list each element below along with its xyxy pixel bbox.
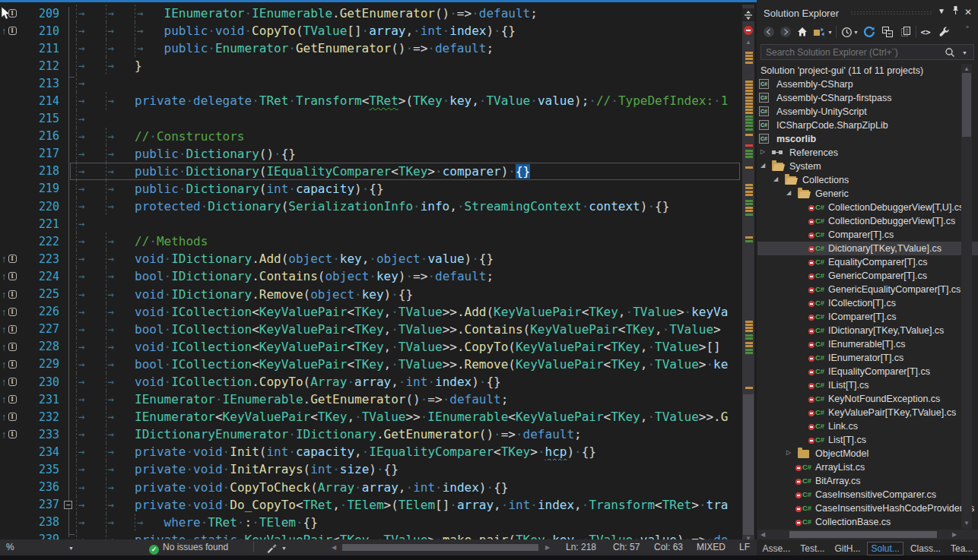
code-cleanup-icon[interactable]: [266, 543, 278, 553]
tree-item-link-cs[interactable]: C#Link.cs: [757, 419, 978, 433]
line-number[interactable]: 220: [23, 200, 59, 214]
implements-glyph[interactable]: ↑I: [0, 376, 23, 388]
code-line-220[interactable]: 220→→protected·Dictionary(SerializationI…: [0, 198, 742, 215]
tree-item-objectmodel[interactable]: ▷ObjectModel: [757, 447, 978, 460]
char-indicator[interactable]: Ch: 57: [613, 542, 640, 552]
back-icon[interactable]: [762, 25, 776, 39]
code-text[interactable]: →→protected·Dictionary(SerializationInfo…: [76, 198, 742, 215]
column-indicator[interactable]: Col: 63: [654, 542, 683, 552]
pin-icon[interactable]: [951, 5, 961, 15]
code-line-218[interactable]: 218→→public·Dictionary(IEqualityComparer…: [0, 163, 742, 180]
tree-scrollbar-thumb[interactable]: [962, 73, 971, 137]
line-number[interactable]: 236: [23, 480, 59, 494]
line-number[interactable]: 234: [23, 445, 59, 459]
code-text[interactable]: →→}: [76, 57, 742, 74]
tree-vertical-scrollbar[interactable]: ▲ ▼: [961, 64, 972, 529]
line-number[interactable]: 238: [23, 515, 59, 529]
properties-icon[interactable]: [937, 25, 951, 39]
tool-window-tab-asse[interactable]: Asse...: [760, 543, 794, 555]
implements-glyph[interactable]: ↑I: [0, 253, 23, 264]
tree-item-icollection-t-cs[interactable]: C#ICollection[T].cs: [757, 296, 978, 310]
code-text[interactable]: →→void·ICollection<KeyValuePair<TKey,·TV…: [76, 338, 742, 356]
line-number[interactable]: 227: [23, 322, 59, 336]
code-line-231[interactable]: ↑I231→→IEnumerator·IEnumerable.GetEnumer…: [0, 391, 742, 408]
pending-changes-filter-icon[interactable]: [840, 25, 853, 39]
code-line-228[interactable]: ↑I228→→void·ICollection<KeyValuePair<TKe…: [0, 338, 742, 356]
code-text[interactable]: →→→public·Enumerator·GetEnumerator()·=>·…: [76, 40, 742, 57]
code-line-225[interactable]: ↑I225→→void·IDictionary.Remove(object·ke…: [0, 286, 742, 303]
code-line-234[interactable]: 234→→private·void·Init(int·capacity,·IEq…: [0, 443, 742, 460]
tree-item-ilist-t-cs[interactable]: C#IList[T].cs: [757, 378, 978, 392]
code-text[interactable]: →→bool·ICollection<KeyValuePair<TKey,·TV…: [76, 356, 742, 373]
tree-hscrollbar-thumb[interactable]: [789, 531, 937, 538]
code-text[interactable]: →→→public·void·CopyTo(TValue[]·array,·in…: [76, 22, 742, 40]
tool-window-tab-test[interactable]: Test...: [797, 543, 827, 555]
tree-hscroll-right-icon[interactable]: ▶: [952, 531, 957, 538]
code-line-238[interactable]: 238→→→where·TRet·:·TElem·{}: [0, 514, 742, 531]
implements-glyph[interactable]: ↑I: [0, 271, 23, 282]
line-number[interactable]: 224: [23, 270, 59, 283]
code-text[interactable]: →→private·delegate·TRet·Transform<TRet>(…: [76, 92, 742, 109]
line-number[interactable]: 229: [23, 357, 59, 371]
code-line-217[interactable]: 217→→public·Dictionary()·{}: [0, 145, 742, 163]
code-text[interactable]: →→private·void·Do_CopyTo<TRet,·TElem>(TE…: [76, 496, 742, 514]
line-number[interactable]: 226: [23, 305, 59, 318]
tree-hscroll-left-icon[interactable]: ◀: [760, 531, 765, 538]
implements-glyph[interactable]: ↑I: [0, 411, 23, 422]
code-line-223[interactable]: ↑I223→→void·IDictionary.Add(object·key,·…: [0, 250, 742, 267]
tool-window-tab-tea[interactable]: Tea...: [948, 543, 976, 555]
close-icon[interactable]: ✕: [964, 7, 972, 17]
tree-item-icomparer-t-cs[interactable]: C#IComparer[T].cs: [757, 310, 978, 324]
line-number[interactable]: 214: [23, 94, 59, 108]
code-line-216[interactable]: 216→→//·Constructors: [0, 128, 742, 145]
tree-item-collectiondebuggerview-t-cs[interactable]: C#CollectionDebuggerView[T].cs: [757, 214, 978, 228]
code-text[interactable]: →→private·void·CopyToCheck(Array·array,·…: [76, 479, 742, 496]
code-line-239[interactable]: 239→→private·static·KeyValuePair<TKey,·T…: [0, 531, 742, 539]
line-number[interactable]: 239: [23, 533, 59, 539]
tree-horizontal-scrollbar[interactable]: ◀ ▶: [757, 530, 978, 539]
tool-window-tab-solut[interactable]: Solut...: [867, 542, 903, 555]
search-options-caret-icon[interactable]: ▼: [962, 50, 967, 55]
view-code-icon[interactable]: <>: [919, 25, 932, 39]
code-line-214[interactable]: 214→→private·delegate·TRet·Transform<TRe…: [0, 92, 742, 109]
code-text[interactable]: →→public·Dictionary(int·capacity)·{}: [76, 180, 742, 198]
search-box[interactable]: ▼: [760, 44, 974, 60]
line-indicator[interactable]: Ln: 218: [566, 542, 596, 552]
code-text[interactable]: →→IEnumerator·IEnumerable.GetEnumerator(…: [76, 391, 742, 408]
tree-item-caseinsensitivecomparer-cs[interactable]: C#CaseInsensitiveComparer.cs: [757, 488, 978, 501]
tree-item-arraylist-cs[interactable]: C#ArrayList.cs: [757, 460, 978, 474]
line-number[interactable]: 216: [23, 129, 59, 143]
toolbar-overflow-icon[interactable]: »: [966, 24, 969, 30]
code-text[interactable]: →→void·IDictionary.Add(object·key,·objec…: [76, 250, 742, 267]
line-number[interactable]: 235: [23, 463, 59, 476]
code-text[interactable]: →→void·ICollection<KeyValuePair<TKey,·TV…: [76, 303, 742, 321]
code-line-233[interactable]: ↑I233→→IDictionaryEnumerator·IDictionary…: [0, 426, 742, 443]
implements-glyph[interactable]: ↑I: [0, 306, 23, 318]
show-all-files-icon[interactable]: [899, 25, 913, 39]
zoom-caret-icon[interactable]: ▼: [68, 546, 74, 551]
switch-views-icon[interactable]: [812, 25, 826, 39]
line-number[interactable]: 221: [23, 217, 59, 231]
tool-window-tab-gith[interactable]: GitH...: [831, 543, 863, 555]
tree-item-comparer-t-cs[interactable]: C#Comparer[T].cs: [757, 228, 978, 242]
code-line-235[interactable]: 235→→private·void·InitArrays(int·size)·{…: [0, 460, 742, 478]
line-number[interactable]: 210: [23, 24, 59, 38]
tool-window-tab-class[interactable]: Class...: [907, 543, 944, 555]
tree-item-assembly-csharp-firstpass[interactable]: C#Assembly-CSharp-firstpass: [757, 91, 978, 105]
encoding-indicator[interactable]: MIXED: [697, 542, 726, 552]
code-text[interactable]: →→private·static·KeyValuePair<TKey,·TVal…: [76, 531, 742, 539]
tree-item-assembly-csharp[interactable]: C#Assembly-CSharp: [757, 78, 978, 91]
splitter-handle-icon[interactable]: [742, 8, 754, 21]
outline-margin[interactable]: −: [59, 496, 76, 514]
line-number[interactable]: 230: [23, 375, 59, 389]
hscroll-right-arrow-icon[interactable]: ▶: [543, 544, 552, 551]
code-editor[interactable]: ↑I209→→→IEnumerator·IEnumerable.GetEnume…: [0, 0, 757, 539]
tree-item-keynotfoundexception-cs[interactable]: C#KeyNotFoundException.cs: [757, 392, 978, 406]
line-number[interactable]: 232: [23, 410, 59, 424]
line-number[interactable]: 211: [23, 42, 59, 55]
code-line-210[interactable]: ↑I210→→→public·void·CopyTo(TValue[]·arra…: [0, 22, 742, 40]
tree-item-icsharpcode-sharpziplib[interactable]: C#ICSharpCode.SharpZipLib: [757, 119, 978, 132]
tree-item-caseinsensitivehashcodeprovider-cs[interactable]: C#CaseInsensitiveHashCodeProvider.cs: [757, 501, 978, 515]
line-number[interactable]: 213: [23, 77, 59, 90]
tree-item-ienumerable-t-cs[interactable]: C#IEnumerable[T].cs: [757, 337, 978, 351]
